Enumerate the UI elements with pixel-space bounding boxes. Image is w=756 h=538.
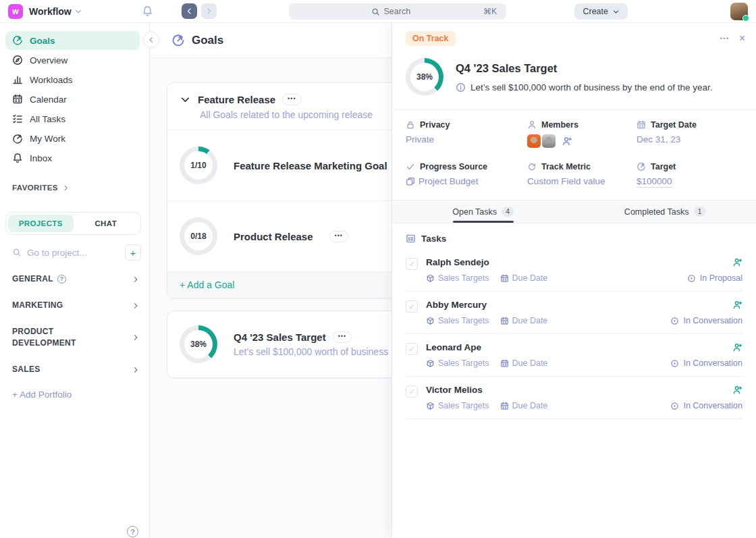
task-tabs: Open Tasks 4 Completed Tasks 1 [392,200,756,223]
tab-projects[interactable]: PROJECTS [8,215,74,232]
sidebar-item-workloads[interactable]: Workloads [5,70,140,89]
portfolio-general[interactable]: GENERAL? [12,266,140,292]
help-icon[interactable]: ? [57,275,66,284]
back-button[interactable] [182,3,197,19]
sidebar-item-my-work[interactable]: My Work [5,129,140,148]
portfolio-label: MARKETING [12,300,110,311]
task-status[interactable]: In Conversation [670,358,742,368]
forward-button[interactable] [201,3,217,19]
task-checkbox[interactable]: ✓ [406,343,418,355]
task-list-chip[interactable]: Sales Targets [426,273,489,283]
task-due-date-chip[interactable]: Due Date [500,358,548,368]
folder-title[interactable]: Feature Release [198,94,275,105]
task-checkbox[interactable]: ✓ [406,385,418,398]
task-checkbox[interactable]: ✓ [406,258,418,270]
tab-chat[interactable]: CHAT [74,215,139,232]
sidebar-tabs: PROJECTS CHAT [5,212,141,235]
goal-title[interactable]: Q4 '23 Sales Target [234,331,326,343]
global-search[interactable]: ⌘K [289,3,506,20]
sidebar-item-label: Calendar [30,95,67,105]
goal-progress-label: 38% [416,72,433,82]
close-icon[interactable]: × [739,32,745,45]
sidebar-item-label: Inbox [30,153,52,163]
goal-menu-button[interactable]: ••• [333,331,352,343]
property-value[interactable]: $100000 [637,176,672,188]
task-status[interactable]: In Proposal [687,273,742,283]
task-row[interactable]: ✓ Abby Mercury Sales Targets Due Date In… [406,292,742,334]
portfolio-label: PRODUCT DEVELOPMENT [12,326,110,349]
task-row[interactable]: ✓ Victor Melios Sales Targets Due Date I… [406,377,742,419]
goal-progress-ring: 38% [406,58,443,96]
workspace-name[interactable]: Workflow [29,6,72,17]
property-value[interactable]: Dec 31, 23 [637,134,742,144]
sidebar-item-inbox[interactable]: Inbox [5,149,140,167]
add-project-button[interactable]: + [125,244,141,261]
notifications-bell-icon[interactable] [142,5,153,17]
goal-menu-button[interactable]: ••• [329,231,348,242]
assign-person-icon[interactable] [732,300,742,310]
task-status[interactable]: In Conversation [670,316,742,325]
panel-menu-button[interactable]: ••• [720,35,730,42]
property-value[interactable]: Private [406,134,527,144]
property-target-date[interactable]: Target Date Dec 31, 23 [637,120,742,148]
property-target[interactable]: Target $100000 [637,162,742,188]
task-name[interactable]: Ralph Sendejo [426,257,489,267]
tab-open-tasks[interactable]: Open Tasks 4 [392,200,574,223]
tab-completed-tasks[interactable]: Completed Tasks 1 [574,200,756,223]
assign-person-icon[interactable] [732,257,742,267]
assign-person-icon[interactable] [732,342,742,352]
portfolio-sales[interactable]: SALES [12,356,140,383]
portfolio-marketing[interactable]: MARKETING [12,292,140,319]
add-member-icon[interactable] [562,136,572,146]
goal-title[interactable]: Product Release [234,231,313,242]
property-members[interactable]: Members [527,120,637,148]
create-button[interactable]: Create [574,3,628,20]
property-privacy[interactable]: Privacy Private [406,120,527,148]
task-due-date-chip[interactable]: Due Date [500,401,548,410]
portfolio-product-development[interactable]: PRODUCT DEVELOPMENT [12,319,140,356]
status-circle-icon [670,402,679,410]
sidebar-item-calendar[interactable]: Calendar [5,90,140,109]
person-icon [527,120,537,130]
task-name[interactable]: Victor Melios [426,385,483,395]
sidebar-item-goals[interactable]: Goals [5,31,140,50]
task-row[interactable]: ✓ Leonard Ape Sales Targets Due Date In … [406,334,742,377]
sidebar-collapse-button[interactable] [143,32,159,48]
status-badge[interactable]: On Track [406,31,456,46]
goal-title[interactable]: Feature Release Marketing Goal [234,160,387,171]
task-status[interactable]: In Conversation [670,401,742,410]
member-avatar[interactable] [527,134,541,148]
project-search-input[interactable] [27,248,119,258]
sidebar: Goals Overview Workloads Calendar All Ta… [0,23,150,538]
task-list-chip[interactable]: Sales Targets [426,401,489,410]
property-track-metric[interactable]: Track Metric Custom Field value [527,162,637,188]
help-button[interactable]: ? [127,526,138,537]
goal-progress-label: 0/18 [190,232,206,241]
sidebar-item-all-tasks[interactable]: All Tasks [5,109,140,128]
favorites-label: FAVORITES [12,184,58,192]
add-portfolio-button[interactable]: + Add Portfolio [12,389,149,400]
assign-person-icon[interactable] [732,385,742,395]
task-name[interactable]: Abby Mercury [426,300,487,310]
task-due-date-chip[interactable]: Due Date [500,273,548,283]
search-shortcut: ⌘K [483,7,497,16]
chevron-down-icon[interactable] [74,7,82,16]
property-value[interactable]: Project Budget [418,176,479,186]
favorites-toggle[interactable]: FAVORITES [12,184,149,192]
workspace-logo[interactable]: w [8,4,23,19]
goal-detail-title[interactable]: Q4 '23 Sales Target [456,62,713,75]
task-checkbox[interactable]: ✓ [406,300,418,313]
member-avatar[interactable] [542,134,556,148]
task-due-date-chip[interactable]: Due Date [500,316,548,325]
property-progress-source[interactable]: Progress Source Project Budget [406,162,527,188]
property-value[interactable]: Custom Field value [527,176,637,186]
task-name[interactable]: Leonard Ape [426,342,481,352]
task-row[interactable]: ✓ Ralph Sendejo Sales Targets Due Date I… [406,249,742,292]
folder-menu-button[interactable]: ••• [282,94,301,105]
task-list-chip[interactable]: Sales Targets [426,316,489,325]
sidebar-item-overview[interactable]: Overview [5,51,140,70]
user-avatar[interactable] [730,3,748,20]
task-list-chip[interactable]: Sales Targets [426,358,489,368]
search-input[interactable] [384,7,425,16]
chevron-down-icon[interactable] [180,94,191,105]
